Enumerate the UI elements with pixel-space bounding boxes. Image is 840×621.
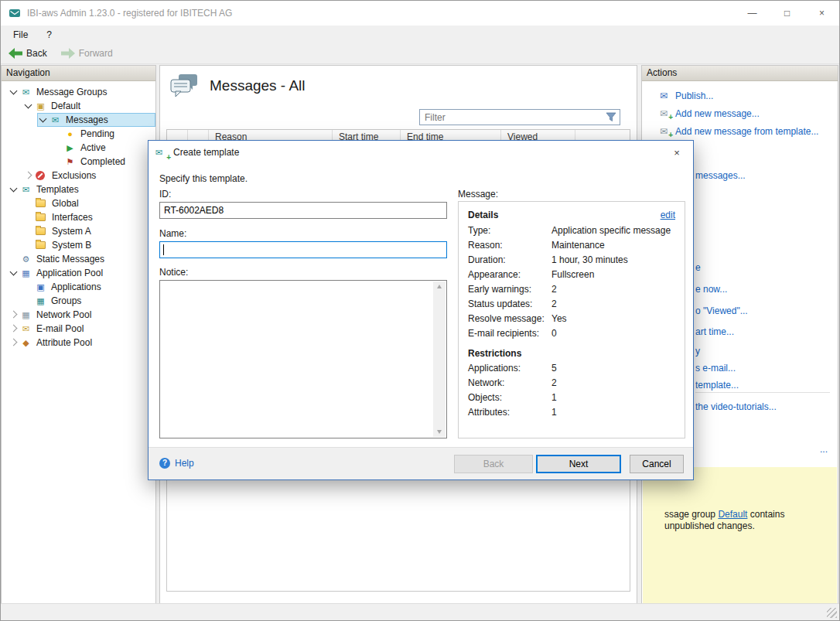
tree-label: Network Pool xyxy=(36,309,91,320)
resize-grip[interactable] xyxy=(827,608,837,618)
detail-label: Resolve message: xyxy=(468,312,551,326)
chevron-down-icon[interactable] xyxy=(37,114,50,126)
tree-item-global[interactable]: Global xyxy=(22,196,155,210)
tree-label: Active xyxy=(80,142,106,153)
folder-icon xyxy=(36,213,46,221)
main-header: Messages - All xyxy=(160,66,637,98)
chevron-down-icon[interactable] xyxy=(8,267,20,279)
detail-row: E-mail recipients:0 xyxy=(468,326,675,341)
notice-field[interactable] xyxy=(159,280,447,438)
detail-value: Fullscreen xyxy=(551,268,594,282)
chevron-right-icon[interactable] xyxy=(8,322,20,335)
tree-item-email-pool[interactable]: ✉ E-mail Pool xyxy=(8,322,155,336)
action-link-fragment[interactable]: e now... xyxy=(695,284,727,295)
help-icon: ? xyxy=(159,458,170,469)
action-publish[interactable]: ✉ Publish... xyxy=(657,90,838,101)
action-link-fragment[interactable]: art time... xyxy=(695,326,734,337)
tree-item-pending[interactable]: ● Pending xyxy=(52,127,155,141)
tree-item-system-a[interactable]: System A xyxy=(22,224,155,238)
action-link-fragment[interactable]: e xyxy=(695,262,701,273)
static-messages-icon: ⚙ xyxy=(20,253,32,265)
tree-item-applications[interactable]: ▣ Applications xyxy=(22,280,155,294)
back-button[interactable]: Back xyxy=(9,48,47,59)
tree-item-message-groups[interactable]: ✉ Message Groups xyxy=(8,85,155,99)
unpublished-changes-note: ssage group Default contains unpublished… xyxy=(643,467,837,612)
tree-item-completed[interactable]: ⚑ Completed xyxy=(52,155,155,169)
action-link-fragment[interactable]: y xyxy=(695,346,700,357)
action-label: Add new message... xyxy=(675,108,760,119)
filter-funnel-icon[interactable] xyxy=(603,110,620,125)
chevron-spacer xyxy=(22,281,35,293)
minimize-icon[interactable]: — xyxy=(735,1,770,26)
window-title: IBI-aws Admin 1.23.0 - registered for IB… xyxy=(27,8,232,19)
cancel-button[interactable]: Cancel xyxy=(630,455,684,473)
create-template-dialog: ✉+ Create template × Specify this templa… xyxy=(148,140,694,480)
message-label: Message: xyxy=(458,189,498,200)
action-link-fragment[interactable]: template... xyxy=(695,380,739,391)
network-pool-icon: ▦ xyxy=(20,309,32,321)
message-groups-icon: ✉ xyxy=(20,86,32,98)
folder-icon xyxy=(36,200,46,207)
default-group-link[interactable]: Default xyxy=(718,509,747,520)
close-icon[interactable]: × xyxy=(804,1,839,26)
tree-item-interfaces[interactable]: Interfaces xyxy=(22,210,155,224)
help-link[interactable]: ? Help xyxy=(159,458,194,469)
add-message-template-icon: ✉+ xyxy=(657,126,670,137)
detail-value: 1 hour, 30 minutes xyxy=(551,253,628,268)
chevron-right-icon[interactable] xyxy=(22,169,35,182)
detail-label: E-mail recipients: xyxy=(468,326,551,341)
action-link-fragment[interactable]: s e-mail... xyxy=(695,363,736,374)
filter-input[interactable] xyxy=(420,112,603,123)
tree-label: Groups xyxy=(51,295,81,306)
chevron-spacer xyxy=(22,211,35,223)
action-link-fragment[interactable]: messages... xyxy=(695,170,746,181)
forward-button[interactable]: Forward xyxy=(61,48,113,59)
envelope-glyph: ✉ xyxy=(660,108,668,119)
app-icon xyxy=(9,7,21,19)
tree-item-active[interactable]: ▶ Active xyxy=(52,141,155,155)
help-label: Help xyxy=(175,458,194,469)
action-link-fragment[interactable]: ... xyxy=(820,444,828,455)
tree-item-application-pool[interactable]: ▦ Application Pool xyxy=(8,266,155,280)
action-add-new-message[interactable]: ✉+ Add new message... xyxy=(657,108,838,119)
dialog-footer: ? Help Back Next Cancel xyxy=(149,447,693,479)
tree-item-default[interactable]: ▣ Default xyxy=(22,99,155,113)
chevron-down-icon[interactable] xyxy=(8,86,20,98)
tree-item-groups[interactable]: ▦ Groups xyxy=(22,294,155,308)
tree-item-static-messages[interactable]: ⚙ Static Messages xyxy=(8,252,155,266)
menu-help[interactable]: ? xyxy=(46,29,52,40)
chevron-spacer xyxy=(22,225,35,237)
restriction-row: Applications:5 xyxy=(468,361,675,376)
edit-link[interactable]: edit xyxy=(661,210,675,220)
tree-item-system-b[interactable]: System B xyxy=(22,238,155,252)
toolbar: Back Forward xyxy=(1,43,839,64)
menu-file[interactable]: File xyxy=(13,29,28,40)
action-link-fragment[interactable]: o "Viewed"... xyxy=(695,305,748,316)
tree-item-network-pool[interactable]: ▦ Network Pool xyxy=(8,308,155,322)
tree-label: Application Pool xyxy=(36,268,103,278)
tree-item-messages[interactable]: ✉ Messages xyxy=(37,113,155,127)
tree-item-templates[interactable]: ✉ Templates xyxy=(8,183,155,196)
action-label: Add new message from template... xyxy=(675,126,818,137)
chevron-right-icon[interactable] xyxy=(8,336,20,349)
action-link-fragment[interactable]: the video-tutorials... xyxy=(695,401,777,412)
tree-item-exclusions[interactable]: Exclusions xyxy=(22,169,155,183)
maximize-icon[interactable]: □ xyxy=(770,1,804,26)
chevron-right-icon[interactable] xyxy=(8,309,20,321)
chevron-spacer xyxy=(52,155,64,168)
app-window: IBI-aws Admin 1.23.0 - registered for IB… xyxy=(0,0,840,621)
next-button[interactable]: Next xyxy=(536,455,621,473)
id-field[interactable] xyxy=(159,202,447,219)
dialog-close-icon[interactable]: × xyxy=(661,141,693,164)
name-field[interactable] xyxy=(159,241,447,258)
detail-label: Status updates: xyxy=(468,297,551,312)
chevron-down-icon[interactable] xyxy=(22,100,35,112)
navigation-header: Navigation xyxy=(2,66,155,81)
tree-item-attribute-pool[interactable]: ◆ Attribute Pool xyxy=(8,336,155,350)
actions-divider xyxy=(695,392,830,393)
chevron-down-icon[interactable] xyxy=(8,183,20,196)
action-add-message-from-template[interactable]: ✉+ Add new message from template... xyxy=(657,126,838,137)
groups-icon: ▦ xyxy=(35,295,46,307)
restriction-row: Objects:1 xyxy=(468,391,675,405)
exclusions-icon xyxy=(36,171,45,180)
